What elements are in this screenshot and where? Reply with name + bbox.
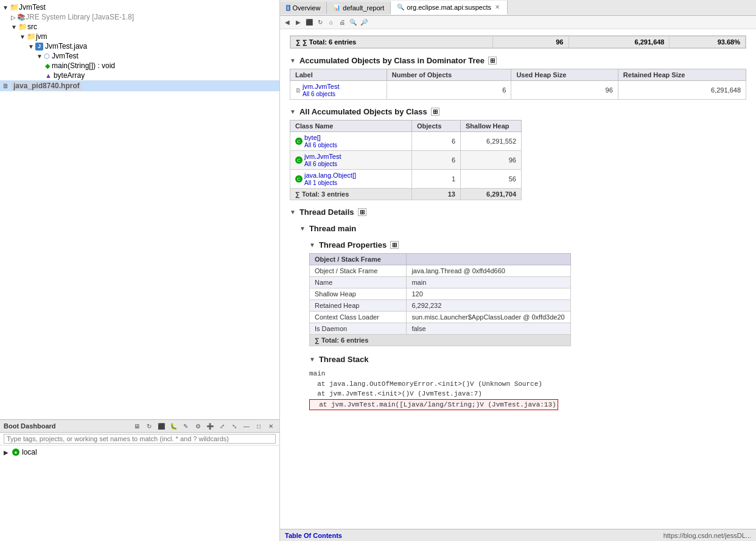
tab-suspects[interactable]: 🔍 org.eclipse.mat.api:suspects ✕ [391,1,508,15]
collapse-arrow[interactable]: ▼ [309,242,315,248]
class-icon: ⬡ [44,52,50,60]
folder-icon: 📁 [27,32,36,41]
class-type-icon: C [295,175,303,183]
tree-label-jvm: jvm [36,32,47,41]
tree-label-field: byteArray [54,71,85,80]
stack-line-1: at java.lang.OutOfMemoryError.<init>()V … [309,379,746,389]
toolbar-refresh[interactable]: ↻ [315,18,325,27]
cell-objects: 6 [412,151,461,170]
tab-overview[interactable]: i Overview [280,2,327,14]
prop-value: false [407,323,571,335]
tree-item-jvmtestjava[interactable]: ▼ J JvmTest.java [0,41,279,51]
prop-value: main [407,277,571,288]
tree-item-class-jvmtest[interactable]: ▼ ⬡ JvmTest [0,51,279,61]
cell-class-text: byte[]All 6 objects [304,134,337,148]
prop-col-value [407,254,571,265]
debug-icon[interactable]: 🐛 [169,421,178,431]
refresh-icon[interactable]: ↻ [144,421,154,431]
new-server-icon[interactable]: 🖥 [132,421,142,431]
table-row: C byte[]All 6 objects 6 6,291,552 [290,132,522,151]
field-icon: ▲ [45,72,52,79]
prop-key: Is Daemon [310,323,407,335]
prop-key: Shallow Heap [310,288,407,300]
expand-icon: ▼ [28,43,34,50]
tab-overview-label: Overview [293,4,321,12]
expand-icon: ▼ [11,24,17,30]
hprof-icon: 🗎 [2,82,9,89]
tree-label-jvmtestjava: JvmTest.java [45,42,87,51]
prop-row: Is Daemon false [310,323,571,335]
cell-used-heap: 96 [511,81,618,100]
total-label: ∑ ∑ Total: 6 entries [296,38,356,46]
method-icon: ◆ [45,62,50,70]
stack-line-0: main [309,369,746,379]
col-used-heap: Used Heap Size [511,69,618,81]
search-box[interactable] [0,433,279,445]
dominator-table: Label Number of Objects Used Heap Size R… [290,69,746,100]
tree-item-hprof[interactable]: 🗎 java_pid8740.hprof [0,80,279,91]
toolbar-print[interactable]: 🖨 [337,18,347,27]
tab-suspects-label: org.eclipse.mat.api:suspects [407,4,491,11]
section-title: All Accumulated Objects by Class [299,107,427,116]
tree-item-field-bytearray[interactable]: ▲ byteArray [0,71,279,80]
all-accumulated-table: Class Name Objects Shallow Heap C byte[]… [290,120,522,200]
col-class-name: Class Name [290,120,412,132]
expand-all-icon[interactable]: ⤢ [217,421,227,431]
cell-class[interactable]: C jvm.JvmTestAll 6 objects [290,151,412,170]
col-retained-heap: Retained Heap Size [618,69,746,81]
add-icon[interactable]: ➕ [205,421,215,431]
tab-overview-icon: i [286,5,290,11]
col-shallow: Shallow Heap [461,120,522,132]
tree-label-method: main(String[]) : void [52,61,115,70]
section-title: Accumulated Objects by Class in Dominato… [299,56,485,65]
tree-item-src[interactable]: ▼ 📁 src [0,22,279,32]
toolbar-home[interactable]: ⌂ [326,18,336,27]
stop-icon[interactable]: ⬛ [156,421,166,431]
tree-label-jre: JRE System Library [JavaSE-1.8] [26,13,134,21]
col-objects: Objects [412,120,461,132]
cell-shallow: 6,291,552 [461,132,522,151]
expand-icon: ▼ [19,33,26,40]
collapse-arrow[interactable]: ▼ [290,108,296,115]
tree-item-method-main[interactable]: ◆ main(String[]) : void [0,61,279,71]
class-type-icon: C [295,138,303,145]
prop-key: Context Class Loader [310,312,407,323]
cell-class[interactable]: C byte[]All 6 objects [290,132,412,151]
cell-class[interactable]: C java.lang.Object[]All 1 objects [290,170,412,189]
tree-label-hprof: java_pid8740.hprof [11,81,82,91]
table-icon3[interactable]: ⊞ [358,208,366,216]
toolbar-zoom-out[interactable]: 🔎 [359,18,369,27]
local-item[interactable]: ▶ ● local [4,448,276,456]
search-input[interactable] [4,434,276,444]
table-icon[interactable]: ⊞ [488,57,497,65]
collapse-arrow[interactable]: ▼ [290,209,296,215]
table-icon2[interactable]: ⊞ [431,108,439,116]
toolbar-zoom-in[interactable]: 🔍 [348,18,358,27]
table-icon4[interactable]: ⊞ [390,241,399,249]
boot-dashboard-title: Boot Dashboard [4,422,130,430]
edit-icon[interactable]: ✎ [181,421,191,431]
collapse-arrow[interactable]: ▼ [309,356,315,363]
collapse-arrow[interactable]: ▼ [299,225,306,232]
tab-close-button[interactable]: ✕ [494,3,501,11]
maximize-icon[interactable]: □ [254,421,264,431]
tree-item-jvmtest[interactable]: ▼ 📁 JvmTest [0,2,279,12]
tab-default-report[interactable]: 📊 default_report [327,2,391,14]
minimize-icon[interactable]: — [242,421,251,431]
section-thread-properties: ▼ Thread Properties ⊞ [309,240,746,250]
toolbar-nav-back[interactable]: ◀ [282,18,292,27]
collapse-arrow[interactable]: ▼ [290,57,296,64]
toolbar-stop[interactable]: ⬛ [304,18,314,27]
tree-item-jre[interactable]: ▷ 📚 JRE System Library [JavaSE-1.8] [0,12,279,22]
prop-total: ∑ Total: 6 entries [310,335,571,346]
config-icon[interactable]: ⚙ [193,421,203,431]
tab-suspects-icon: 🔍 [397,4,404,10]
close-icon[interactable]: ✕ [266,421,276,431]
prop-col-key: Object / Stack Frame [310,254,407,265]
tree-item-jvm[interactable]: ▼ 📁 jvm [0,32,279,41]
section-title-thread-main: Thread main [309,224,356,233]
toolbar-nav-fwd[interactable]: ▶ [293,18,303,27]
toc-link[interactable]: Table Of Contents [285,532,342,539]
collapse-all-icon[interactable]: ⤡ [229,421,239,431]
cell-label[interactable]: 🗎 jvm.JvmTestAll 6 objects [290,81,387,100]
